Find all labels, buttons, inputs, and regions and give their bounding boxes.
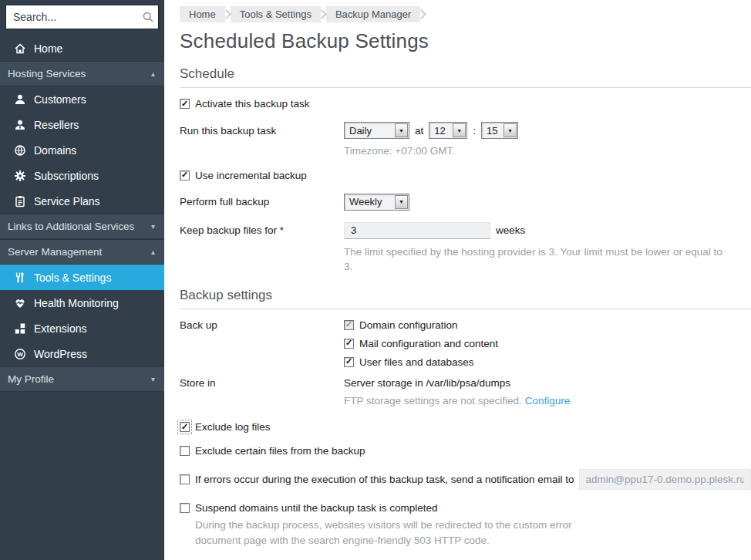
dropdown-arrow-icon: ▼	[503, 123, 517, 137]
keep-files-unit: weeks	[496, 224, 525, 236]
sidebar-item-label: Service Plans	[34, 195, 100, 207]
user-files-checkbox[interactable]: ✓	[344, 357, 354, 367]
sidebar-section-my-profile[interactable]: My Profile ▾	[0, 366, 164, 392]
mail-configuration-label[interactable]: Mail configuration and content	[359, 338, 498, 349]
full-backup-label: Perform full backup	[180, 196, 344, 207]
sidebar-section-label: Links to Additional Services	[8, 221, 134, 232]
activate-backup-row: ✓ Activate this backup task	[180, 98, 751, 110]
search-icon	[138, 11, 158, 23]
sidebar-item-label: Extensions	[34, 322, 86, 335]
svg-text:W: W	[17, 350, 23, 357]
keep-files-row: Keep backup files for * weeks	[180, 222, 751, 239]
sidebar-item-home[interactable]: Home	[0, 35, 164, 61]
sidebar-item-wordpress[interactable]: W WordPress	[0, 341, 164, 366]
store-in-details: Server storage in /var/lib/psa/dumps FTP…	[344, 377, 570, 409]
at-text: at	[415, 125, 423, 137]
suspend-label[interactable]: Suspend domains until the backup task is…	[195, 502, 437, 514]
minute-select[interactable]: 15 ▼	[481, 122, 518, 139]
full-backup-select[interactable]: Weekly ▼	[344, 194, 409, 211]
run-task-controls: Daily ▼ at 12 ▼ : 15 ▼	[344, 122, 518, 139]
page-title: Scheduled Backup Settings	[180, 29, 751, 53]
resellers-icon	[14, 119, 26, 131]
app-window: Home Hosting Services ▴ Customers Resell…	[0, 0, 751, 560]
keep-files-label: Keep backup files for *	[180, 224, 344, 236]
collapse-arrow-icon: ▾	[151, 375, 155, 383]
store-in-row: Store in Server storage in /var/lib/psa/…	[180, 377, 751, 409]
user-files-label[interactable]: User files and databases	[359, 356, 474, 368]
exclude-files-checkbox[interactable]: ✓	[180, 446, 190, 456]
sidebar-item-subscriptions[interactable]: Subscriptions	[0, 163, 164, 188]
configure-link[interactable]: Configure	[525, 395, 571, 407]
store-server-text: Server storage in /var/lib/psa/dumps	[344, 377, 570, 389]
collapse-arrow-icon: ▴	[151, 69, 155, 78]
notify-email-input[interactable]	[579, 469, 751, 490]
tools-icon	[14, 272, 26, 284]
sidebar-section-links-additional-services[interactable]: Links to Additional Services ▾	[0, 214, 164, 239]
period-select[interactable]: Daily ▼	[344, 122, 409, 139]
notify-row: ✓ If errors occur during the execution o…	[180, 469, 751, 490]
sidebar-item-health-monitoring[interactable]: Health Monitoring	[0, 290, 164, 315]
section-backup-settings: Backup settings	[180, 288, 751, 309]
sidebar-section-hosting-services[interactable]: Hosting Services ▴	[0, 61, 164, 86]
option-user-files: ✓ User files and databases	[344, 356, 498, 368]
health-monitoring-icon	[14, 297, 26, 309]
exclude-log-checkbox[interactable]: ✓	[180, 422, 190, 432]
sidebar-item-tools-settings[interactable]: Tools & Settings	[0, 265, 164, 290]
exclude-files-label[interactable]: Exclude certain files from the backup	[195, 445, 365, 457]
hour-select[interactable]: 12 ▼	[429, 122, 467, 139]
sidebar-item-resellers[interactable]: Resellers	[0, 112, 164, 137]
store-in-label: Store in	[180, 377, 344, 409]
sidebar-item-extensions[interactable]: Extensions	[0, 315, 164, 341]
sidebar-section-label: Server Management	[8, 246, 102, 258]
store-ftp-line: FTP storage settings are not specified. …	[344, 393, 570, 409]
activate-backup-checkbox[interactable]: ✓	[180, 99, 190, 109]
store-ftp-note: FTP storage settings are not specified.	[344, 395, 522, 407]
incremental-backup-label[interactable]: Use incremental backup	[195, 170, 307, 181]
colon-text: :	[473, 125, 476, 137]
sidebar-item-customers[interactable]: Customers	[0, 86, 164, 112]
dropdown-arrow-icon: ▼	[395, 123, 408, 137]
sidebar-section-server-management[interactable]: Server Management ▴	[0, 239, 164, 265]
mail-configuration-checkbox[interactable]: ✓	[344, 339, 354, 349]
suspend-row: ✓ Suspend domains until the backup task …	[180, 502, 751, 514]
section-schedule: Schedule	[180, 66, 751, 88]
sidebar-item-label: Resellers	[34, 119, 79, 131]
notify-checkbox[interactable]: ✓	[180, 474, 190, 484]
sidebar-item-label: Subscriptions	[34, 170, 99, 182]
dropdown-arrow-icon: ▼	[395, 195, 408, 209]
domains-icon	[14, 144, 26, 157]
extensions-icon	[14, 322, 26, 335]
keep-files-hint: The limit specified by the hosting provi…	[344, 245, 729, 275]
collapse-arrow-icon: ▴	[151, 248, 155, 256]
keep-files-input[interactable]	[344, 222, 490, 239]
sidebar-nav: Home Hosting Services ▴ Customers Resell…	[0, 35, 164, 392]
home-icon	[14, 42, 26, 55]
backup-content-options: ✓ Domain configuration ✓ Mail configurat…	[344, 319, 498, 368]
breadcrumb-home[interactable]: Home	[180, 6, 225, 22]
customers-icon	[14, 93, 26, 106]
search-input[interactable]	[6, 11, 138, 23]
service-plans-icon	[14, 195, 26, 207]
wordpress-icon: W	[14, 348, 26, 360]
option-mail-configuration: ✓ Mail configuration and content	[344, 338, 498, 349]
breadcrumb-tools-settings[interactable]: Tools & Settings	[231, 6, 321, 22]
sidebar: Home Hosting Services ▴ Customers Resell…	[0, 0, 164, 560]
option-domain-configuration: ✓ Domain configuration	[344, 319, 498, 331]
exclude-log-row: ✓ Exclude log files	[180, 421, 751, 433]
suspend-checkbox[interactable]: ✓	[180, 503, 190, 513]
exclude-files-row: ✓ Exclude certain files from the backup	[180, 445, 751, 457]
full-backup-row: Perform full backup Weekly ▼	[180, 194, 751, 211]
sidebar-item-label: Tools & Settings	[34, 272, 111, 284]
incremental-backup-row: ✓ Use incremental backup	[180, 170, 751, 181]
notify-label[interactable]: If errors occur during the execution of …	[195, 474, 574, 485]
sidebar-item-label: Home	[34, 42, 62, 55]
incremental-backup-checkbox[interactable]: ✓	[180, 170, 190, 180]
sidebar-item-service-plans[interactable]: Service Plans	[0, 188, 164, 214]
exclude-log-label[interactable]: Exclude log files	[195, 421, 271, 433]
activate-backup-label[interactable]: Activate this backup task	[195, 98, 310, 110]
domain-configuration-checkbox: ✓	[344, 320, 354, 330]
timezone-note: Timezone: +07:00 GMT.	[344, 143, 751, 159]
sidebar-item-domains[interactable]: Domains	[0, 137, 164, 163]
breadcrumb-backup-manager[interactable]: Backup Manager	[326, 6, 420, 22]
sidebar-section-label: Hosting Services	[8, 68, 86, 79]
